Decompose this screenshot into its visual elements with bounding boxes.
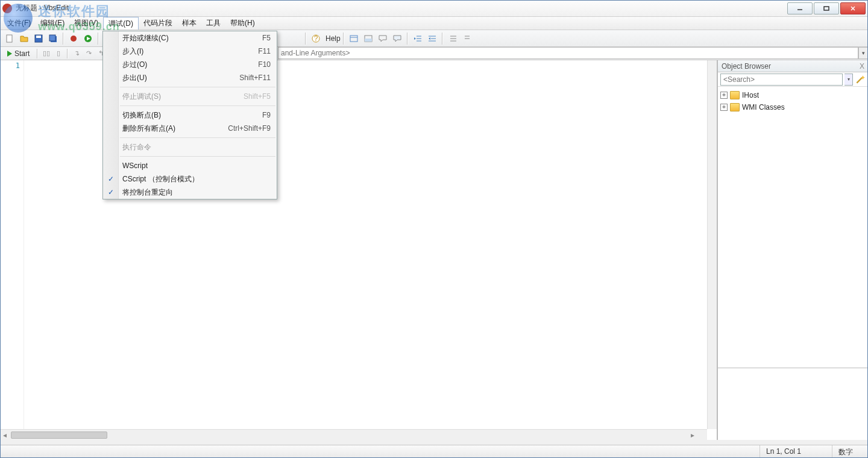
play-icon[interactable] (81, 32, 95, 45)
menu-item[interactable]: WScript (103, 159, 277, 172)
window-icon[interactable] (347, 32, 360, 45)
pause-icon[interactable]: ▯▯ (40, 48, 52, 59)
menu-file[interactable]: 文件(F) (2, 17, 36, 30)
menu-item[interactable]: 步出(U)Shift+F11 (103, 71, 277, 84)
status-position: Ln 1, Col 1 (760, 445, 832, 458)
expand-icon[interactable]: + (720, 104, 728, 111)
maximize-button[interactable] (814, 2, 839, 14)
menu-snippets[interactable]: 代码片段 (139, 17, 177, 30)
search-input[interactable]: <Search> (720, 74, 843, 86)
tree-item-ihost[interactable]: + IHost (720, 89, 866, 101)
check-icon: ✓ (106, 187, 116, 197)
step-over-icon[interactable]: ↷ (83, 48, 95, 59)
svg-rect-17 (365, 39, 372, 42)
menu-item[interactable]: 切换断点(B)F9 (103, 108, 277, 122)
object-browser-search: <Search> (718, 72, 868, 87)
menu-shortcut: F5 (262, 34, 271, 42)
status-spacer (0, 445, 760, 458)
object-preview (718, 368, 868, 440)
line-gutter: 1 (0, 60, 24, 429)
indent-icon[interactable] (426, 32, 439, 45)
play-triangle-icon (7, 51, 12, 57)
expand-icon[interactable]: + (720, 92, 728, 99)
open-folder-icon[interactable] (17, 32, 31, 45)
toolbar-separator (37, 49, 38, 58)
menu-view[interactable]: 视图(V) (69, 17, 103, 30)
menu-separator (120, 87, 275, 87)
menu-item[interactable]: 步入(I)F11 (103, 45, 277, 58)
scroll-thumb[interactable] (11, 431, 107, 439)
menu-separator (120, 137, 275, 138)
help-icon[interactable]: ? (309, 32, 322, 45)
menu-item-label: 删除所有断点(A) (122, 124, 175, 134)
save-icon[interactable] (32, 32, 45, 45)
menu-item[interactable]: 步过(O)F10 (103, 58, 277, 71)
menu-item-label: 停止调试(S) (122, 92, 161, 102)
wand-icon[interactable] (855, 74, 866, 85)
start-button[interactable]: Start (2, 49, 34, 58)
scroll-left-icon[interactable]: ◂ (0, 430, 10, 440)
arguments-placeholder: and-Line Arguments> (281, 49, 350, 57)
tree-label: WMI Classes (742, 103, 785, 111)
outdent-icon[interactable] (411, 32, 424, 45)
menu-edit[interactable]: 编辑(E) (36, 17, 69, 30)
menu-item[interactable]: ✓将控制台重定向 (103, 186, 277, 199)
vertical-scrollbar[interactable] (707, 60, 717, 429)
menu-item-label: 开始或继续(C) (122, 33, 169, 43)
uncomment-icon[interactable] (461, 32, 474, 45)
window-title: 无标题 - VbsEdit (16, 3, 787, 13)
menu-item-label: 步入(I) (122, 46, 143, 57)
close-button[interactable] (840, 2, 866, 14)
svg-point-9 (71, 36, 77, 42)
menu-item-label: 步出(U) (122, 73, 147, 83)
status-mode: 数字 (832, 445, 868, 458)
help-label[interactable]: Help (326, 34, 341, 43)
menu-item-label: 执行命令 (122, 142, 151, 152)
horizontal-scrollbar[interactable]: ◂ ▸ (0, 429, 707, 440)
menu-item[interactable]: 删除所有断点(A)Ctrl+Shift+F9 (103, 122, 277, 135)
menu-item[interactable]: 开始或继续(C)F5 (103, 31, 277, 45)
check-icon: ✓ (106, 174, 116, 184)
close-panel-icon[interactable]: X (860, 62, 864, 71)
svg-rect-1 (824, 7, 829, 10)
toolbar-separator (63, 33, 64, 45)
title-bar: 无标题 - VbsEdit (0, 0, 868, 17)
bubble-icon[interactable] (376, 32, 389, 45)
search-dropdown-icon[interactable] (844, 74, 853, 86)
menu-item[interactable]: ✓CScript （控制台模式） (103, 172, 277, 186)
arguments-dropdown[interactable] (858, 47, 868, 59)
menu-shortcut: Shift+F5 (244, 92, 271, 101)
step-into-icon[interactable]: ↴ (71, 48, 83, 59)
minimize-button[interactable] (787, 2, 813, 14)
window-controls (787, 2, 866, 14)
status-bar: Ln 1, Col 1 数字 (0, 445, 868, 458)
arguments-input[interactable]: and-Line Arguments> (278, 47, 858, 59)
save-all-icon[interactable] (46, 32, 60, 45)
menu-shortcut: F11 (258, 47, 271, 55)
record-icon[interactable] (67, 32, 80, 45)
toolbar-separator (343, 33, 344, 45)
new-file-icon[interactable] (3, 32, 16, 45)
menu-shortcut: F10 (258, 60, 271, 69)
line-number: 1 (0, 61, 24, 70)
tree-label: IHost (742, 91, 759, 99)
menu-help[interactable]: 帮助(H) (225, 17, 260, 30)
svg-line-31 (857, 77, 862, 83)
start-label: Start (14, 49, 30, 58)
panel-icon[interactable] (362, 32, 375, 45)
object-browser-header: Object Browser X (718, 60, 868, 72)
svg-text:?: ? (314, 34, 318, 43)
object-browser-panel: Object Browser X <Search> + IHost + WMI … (717, 60, 868, 440)
svg-rect-8 (49, 35, 55, 41)
menu-tools[interactable]: 工具 (201, 17, 225, 30)
toolbar-separator (98, 33, 99, 45)
object-tree: + IHost + WMI Classes (718, 87, 868, 368)
comment-icon[interactable] (446, 32, 459, 45)
menu-samples[interactable]: 样本 (177, 17, 201, 30)
scroll-right-icon[interactable]: ▸ (688, 430, 697, 440)
svg-rect-4 (7, 35, 12, 42)
menu-debug[interactable]: 调试(D) (103, 17, 139, 30)
bubble2-icon[interactable] (391, 32, 404, 45)
stop-icon[interactable]: ▯ (52, 48, 64, 59)
tree-item-wmi[interactable]: + WMI Classes (720, 101, 866, 113)
